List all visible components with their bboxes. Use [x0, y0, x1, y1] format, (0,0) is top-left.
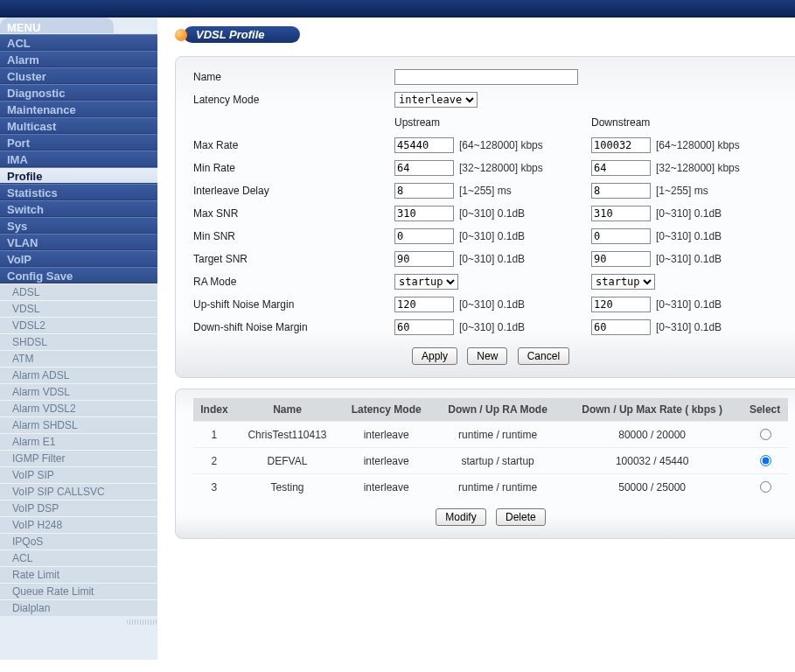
- sidebar-subitem-queue-rate-limit[interactable]: Queue Rate Limit: [0, 583, 157, 599]
- cell-name: DEFVAL: [235, 448, 339, 474]
- sidebar-item-maintenance[interactable]: Maintenance: [0, 101, 157, 117]
- sidebar-item-vlan[interactable]: VLAN: [0, 234, 157, 250]
- th-latency: Latency Mode: [339, 398, 433, 422]
- sidebar-subitem-ipqos[interactable]: IPQoS: [0, 533, 157, 550]
- sidebar-subitem-shdsl[interactable]: SHDSL: [0, 333, 157, 350]
- table-row: 2DEFVALinterleavestartup / startup100032…: [193, 448, 788, 474]
- down-min-snr-input[interactable]: [591, 228, 651, 244]
- cell-maxrate: 80000 / 20000: [562, 422, 742, 448]
- resize-handle[interactable]: [127, 620, 157, 625]
- new-button[interactable]: New: [467, 347, 507, 365]
- sidebar-subitem-vdsl[interactable]: VDSL: [0, 300, 157, 317]
- downstream-header: Downstream: [591, 116, 788, 129]
- page-title-bar: VDSL Profile: [175, 26, 795, 43]
- label-target-snr: Target SNR: [193, 253, 394, 265]
- label-min-rate: Min Rate: [193, 162, 394, 174]
- down-max-rate-input[interactable]: [591, 137, 651, 153]
- upstream-header: Upstream: [394, 116, 591, 129]
- hint-snr-up5: [0~310] 0.1dB: [459, 321, 525, 333]
- select-radio[interactable]: [760, 481, 771, 493]
- hint-snr-down2: [0~310] 0.1dB: [656, 230, 722, 242]
- up-max-rate-input[interactable]: [394, 137, 454, 153]
- down-ra-mode-select[interactable]: startup: [591, 274, 655, 290]
- hint-rate-max-up: [64~128000] kbps: [459, 139, 543, 151]
- label-min-snr: Min SNR: [193, 230, 394, 242]
- sidebar-subitem-vdsl2[interactable]: VDSL2: [0, 317, 157, 333]
- down-delay-input[interactable]: [591, 183, 651, 199]
- label-max-rate: Max Rate: [193, 139, 394, 151]
- sidebar-item-acl[interactable]: ACL: [0, 34, 157, 51]
- th-index: Index: [193, 398, 235, 422]
- down-upshift-input[interactable]: [591, 297, 651, 312]
- up-max-snr-input[interactable]: [394, 206, 454, 221]
- hint-rate-max-down: [64~128000] kbps: [656, 139, 740, 151]
- up-downshift-input[interactable]: [394, 319, 454, 335]
- cell-ra: runtime / runtime: [433, 422, 562, 448]
- sidebar-item-statistics[interactable]: Statistics: [0, 184, 157, 200]
- delete-button[interactable]: Delete: [496, 508, 546, 526]
- sidebar-item-diagnostic[interactable]: Diagnostic: [0, 84, 157, 101]
- sidebar-item-cluster[interactable]: Cluster: [0, 67, 157, 84]
- sidebar-subitem-igmp-filter[interactable]: IGMP Filter: [0, 450, 157, 466]
- page-title: VDSL Profile: [184, 26, 300, 43]
- up-target-snr-input[interactable]: [394, 251, 454, 267]
- apply-button[interactable]: Apply: [412, 347, 457, 365]
- select-radio[interactable]: [760, 455, 771, 466]
- down-min-rate-input[interactable]: [591, 160, 651, 176]
- label-ra-mode: RA Mode: [193, 276, 394, 288]
- down-target-snr-input[interactable]: [591, 251, 651, 267]
- sidebar-subitem-voip-h248[interactable]: VoIP H248: [0, 516, 157, 533]
- sidebar-subitem-voip-dsp[interactable]: VoIP DSP: [0, 500, 157, 516]
- form-panel: Name Latency Mode interleave Upstream Do…: [175, 56, 795, 378]
- modify-button[interactable]: Modify: [436, 508, 485, 526]
- sidebar-item-config-save[interactable]: Config Save: [0, 267, 157, 284]
- up-upshift-input[interactable]: [394, 297, 454, 312]
- sidebar-subitem-alarm-vdsl[interactable]: Alarm VDSL: [0, 383, 157, 400]
- label-down-shift: Down-shift Noise Margin: [193, 321, 394, 333]
- up-ra-mode-select[interactable]: startup: [394, 274, 458, 290]
- sidebar-item-port[interactable]: Port: [0, 134, 157, 150]
- sidebar-subitem-alarm-e1[interactable]: Alarm E1: [0, 433, 157, 450]
- table-row: 3Testinginterleaveruntime / runtime50000…: [193, 474, 788, 500]
- th-select: Select: [742, 398, 788, 422]
- label-interleave-delay: Interleave Delay: [193, 185, 394, 197]
- sidebar-subitem-voip-sip-callsvc[interactable]: VoIP SIP CALLSVC: [0, 483, 157, 500]
- up-delay-input[interactable]: [394, 183, 454, 199]
- up-min-snr-input[interactable]: [394, 228, 454, 244]
- cell-index: 2: [193, 448, 235, 474]
- hint-snr-down3: [0~310] 0.1dB: [656, 253, 722, 265]
- cancel-button[interactable]: Cancel: [518, 347, 569, 365]
- select-radio[interactable]: [760, 429, 771, 440]
- sidebar-item-voip[interactable]: VoIP: [0, 250, 157, 267]
- sidebar-item-profile[interactable]: Profile: [0, 167, 157, 184]
- sidebar-item-switch[interactable]: Switch: [0, 200, 157, 217]
- sidebar-item-sys[interactable]: Sys: [0, 217, 157, 234]
- name-input[interactable]: [394, 69, 578, 85]
- sidebar-subitem-atm[interactable]: ATM: [0, 350, 157, 367]
- cell-latency: interleave: [339, 422, 433, 448]
- hint-snr-down1: [0~310] 0.1dB: [656, 207, 722, 220]
- sidebar-subitem-rate-limit[interactable]: Rate Limit: [0, 566, 157, 583]
- sidebar-item-ima[interactable]: IMA: [0, 150, 157, 167]
- down-max-snr-input[interactable]: [591, 206, 651, 221]
- cell-name: Testing: [235, 474, 339, 500]
- latency-mode-select[interactable]: interleave: [394, 92, 478, 108]
- hint-snr-up1: [0~310] 0.1dB: [459, 207, 525, 220]
- hint-delay-down: [1~255] ms: [656, 185, 708, 197]
- hint-delay-up: [1~255] ms: [459, 185, 512, 197]
- up-min-rate-input[interactable]: [394, 160, 454, 176]
- th-maxrate: Down / Up Max Rate ( kbps ): [562, 398, 742, 422]
- sidebar-subitem-alarm-vdsl2[interactable]: Alarm VDSL2: [0, 400, 157, 416]
- sidebar-subitem-alarm-adsl[interactable]: Alarm ADSL: [0, 367, 157, 383]
- sidebar-subitem-adsl[interactable]: ADSL: [0, 284, 157, 300]
- sidebar-subitem-dialplan[interactable]: Dialplan: [0, 599, 157, 616]
- th-ra: Down / Up RA Mode: [433, 398, 562, 422]
- sidebar-item-multicast[interactable]: Multicast: [0, 117, 157, 134]
- sidebar-subitem-voip-sip[interactable]: VoIP SIP: [0, 466, 157, 483]
- sidebar-subitem-alarm-shdsl[interactable]: Alarm SHDSL: [0, 416, 157, 433]
- down-downshift-input[interactable]: [591, 319, 651, 335]
- sidebar-subitem-acl-sub[interactable]: ACL: [0, 550, 157, 566]
- sidebar-item-alarm[interactable]: Alarm: [0, 51, 157, 67]
- th-name: Name: [235, 398, 339, 422]
- cell-latency: interleave: [339, 448, 433, 474]
